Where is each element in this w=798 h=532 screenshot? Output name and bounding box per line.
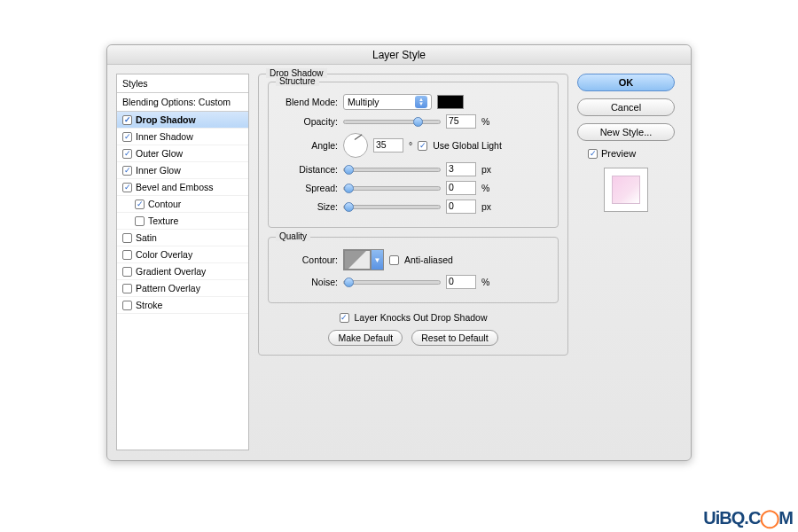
checkbox-icon[interactable]	[122, 166, 132, 176]
checkbox-icon[interactable]	[135, 200, 145, 209]
quality-legend: Quality	[276, 231, 310, 241]
chevron-down-icon: ▼	[371, 250, 383, 270]
opacity-unit: %	[481, 116, 489, 127]
watermark-text: UiBQ.C◯M	[703, 507, 793, 528]
checkbox-icon[interactable]	[122, 267, 132, 277]
quality-fieldset: Quality Contour: ▼ Anti-aliased Noise:	[268, 237, 559, 303]
sidebar-item-inner-glow[interactable]: Inner Glow	[117, 162, 248, 179]
sidebar-item-stroke[interactable]: Stroke	[117, 297, 248, 314]
angle-unit: °	[409, 140, 412, 151]
size-slider[interactable]	[343, 205, 441, 209]
structure-fieldset: Structure Blend Mode: Multiply ▲▼ Opacit…	[268, 82, 559, 228]
checkbox-icon[interactable]	[122, 132, 132, 142]
layer-knocks-out-label: Layer Knocks Out Drop Shadow	[355, 312, 488, 323]
blend-mode-select[interactable]: Multiply ▲▼	[343, 94, 432, 110]
preview-label: Preview	[601, 148, 636, 159]
structure-legend: Structure	[276, 76, 319, 86]
sidebar-item-satin[interactable]: Satin	[117, 230, 248, 246]
blending-options-header[interactable]: Blending Options: Custom	[117, 93, 248, 112]
ok-button[interactable]: OK	[577, 74, 675, 91]
noise-input[interactable]: 0	[446, 275, 476, 289]
sidebar-item-label: Outer Glow	[136, 148, 183, 159]
checkbox-icon[interactable]	[122, 115, 132, 125]
cancel-button[interactable]: Cancel	[577, 98, 675, 116]
contour-picker[interactable]: ▼	[343, 249, 384, 270]
checkbox-icon[interactable]	[122, 250, 132, 260]
angle-dial[interactable]	[343, 133, 368, 158]
use-global-light-checkbox[interactable]	[418, 141, 427, 151]
checkbox-icon[interactable]	[122, 301, 132, 310]
blend-mode-label: Blend Mode:	[278, 97, 338, 107]
preview-swatch-icon	[612, 176, 640, 204]
angle-input[interactable]: 35	[373, 138, 403, 153]
angle-label: Angle:	[278, 140, 338, 151]
sidebar-item-contour[interactable]: Contour	[117, 196, 248, 213]
size-label: Size:	[278, 201, 338, 212]
sidebar-item-label: Bevel and Emboss	[136, 182, 214, 192]
checkbox-icon[interactable]	[122, 149, 132, 159]
checkbox-icon[interactable]	[135, 216, 145, 226]
new-style-button[interactable]: New Style...	[577, 123, 675, 141]
checkbox-icon[interactable]	[122, 284, 132, 293]
shadow-color-swatch[interactable]	[437, 95, 464, 109]
sidebar-item-label: Texture	[148, 215, 178, 226]
reset-default-button[interactable]: Reset to Default	[411, 330, 497, 346]
noise-label: Noise:	[278, 277, 338, 287]
styles-header[interactable]: Styles	[117, 74, 248, 93]
sidebar-item-gradient-overlay[interactable]: Gradient Overlay	[117, 263, 248, 280]
size-unit: px	[481, 201, 491, 212]
styles-sidebar: Styles Blending Options: Custom Drop Sha…	[116, 74, 249, 450]
sidebar-item-texture[interactable]: Texture	[117, 213, 248, 230]
sidebar-item-label: Pattern Overlay	[136, 283, 200, 293]
spread-unit: %	[481, 183, 489, 193]
sidebar-item-drop-shadow[interactable]: Drop Shadow	[117, 112, 248, 129]
sidebar-item-label: Stroke	[136, 300, 162, 310]
effect-panel: Drop Shadow Structure Blend Mode: Multip…	[258, 74, 568, 364]
opacity-slider[interactable]	[343, 120, 441, 124]
blend-mode-value: Multiply	[348, 97, 379, 107]
distance-label: Distance:	[278, 164, 338, 175]
actions-column: OK Cancel New Style... Preview	[577, 74, 679, 212]
anti-aliased-checkbox[interactable]	[389, 255, 399, 265]
distance-input[interactable]: 3	[446, 162, 476, 176]
sidebar-item-label: Contour	[148, 199, 181, 209]
opacity-label: Opacity:	[278, 116, 338, 127]
anti-aliased-label: Anti-aliased	[404, 254, 453, 265]
opacity-input[interactable]: 75	[446, 114, 476, 129]
checkbox-icon[interactable]	[122, 183, 132, 192]
distance-slider[interactable]	[343, 168, 441, 172]
contour-label: Contour:	[278, 254, 338, 265]
dialog-content: Styles Blending Options: Custom Drop Sha…	[107, 65, 691, 460]
spread-slider[interactable]	[343, 186, 441, 191]
sidebar-item-label: Inner Shadow	[136, 131, 193, 142]
spread-label: Spread:	[278, 183, 338, 193]
use-global-light-label: Use Global Light	[433, 140, 502, 151]
contour-swatch-icon	[344, 250, 371, 270]
sidebar-item-label: Inner Glow	[136, 165, 181, 176]
noise-slider[interactable]	[343, 280, 441, 285]
size-input[interactable]: 0	[446, 200, 476, 214]
sidebar-item-label: Satin	[136, 232, 157, 243]
dialog-title: Layer Style	[107, 45, 691, 65]
sidebar-item-pattern-overlay[interactable]: Pattern Overlay	[117, 280, 248, 297]
drop-shadow-fieldset: Drop Shadow Structure Blend Mode: Multip…	[258, 74, 568, 356]
sidebar-item-outer-glow[interactable]: Outer Glow	[117, 145, 248, 162]
preview-checkbox[interactable]	[588, 149, 598, 159]
sidebar-item-label: Color Overlay	[136, 249, 192, 260]
spread-input[interactable]: 0	[446, 181, 476, 195]
sidebar-item-color-overlay[interactable]: Color Overlay	[117, 246, 248, 263]
preview-thumbnail	[604, 168, 648, 212]
sidebar-item-bevel-emboss[interactable]: Bevel and Emboss	[117, 179, 248, 196]
make-default-button[interactable]: Make Default	[328, 330, 403, 346]
layer-style-dialog: Layer Style Styles Blending Options: Cus…	[106, 44, 692, 461]
updown-arrows-icon: ▲▼	[415, 96, 427, 108]
noise-unit: %	[481, 277, 489, 287]
layer-knocks-out-checkbox[interactable]	[340, 313, 349, 323]
checkbox-icon[interactable]	[122, 233, 132, 243]
sidebar-item-inner-shadow[interactable]: Inner Shadow	[117, 129, 248, 145]
distance-unit: px	[481, 164, 491, 175]
sidebar-item-label: Drop Shadow	[136, 114, 196, 125]
sidebar-item-label: Gradient Overlay	[136, 266, 206, 277]
